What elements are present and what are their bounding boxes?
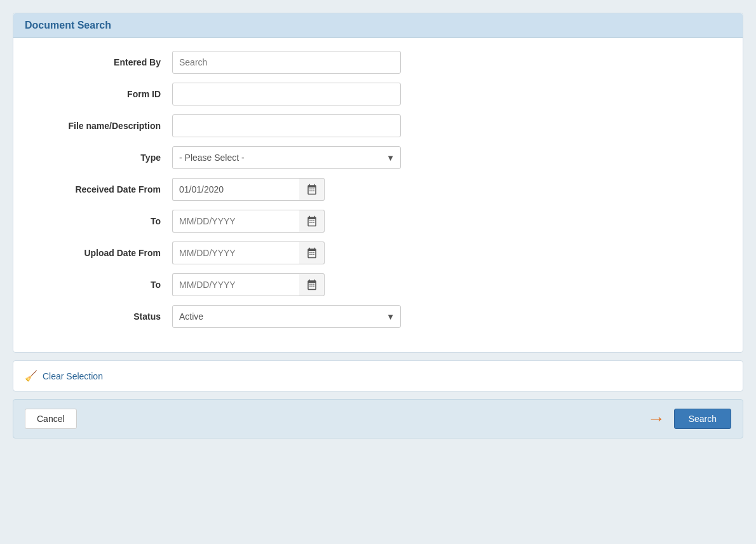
page-title: Document Search [25, 20, 111, 31]
received-date-from-row: Received Date From [32, 178, 724, 201]
upload-date-from-row: Upload Date From [32, 241, 724, 264]
upload-date-from-label: Upload Date From [32, 248, 172, 258]
form-id-row: Form ID [32, 83, 724, 105]
calendar-icon [306, 184, 318, 195]
upload-date-from-calendar-button[interactable] [299, 241, 325, 264]
entered-by-input[interactable] [172, 51, 401, 74]
upload-date-to-row: To [32, 273, 724, 296]
clear-selection-link[interactable]: Clear Selection [43, 371, 103, 381]
received-date-from-wrapper [172, 178, 325, 201]
received-date-to-row: To [32, 210, 724, 233]
footer-card: Cancel → Search [13, 399, 743, 439]
received-date-from-input[interactable] [172, 178, 299, 201]
upload-date-from-input[interactable] [172, 241, 299, 264]
status-select[interactable]: Active Inactive All [172, 305, 401, 328]
document-search-card: Document Search Entered By Form ID File … [13, 13, 743, 353]
file-name-label: File name/Description [32, 121, 172, 131]
arrow-right-icon: → [647, 409, 665, 429]
received-date-from-calendar-button[interactable] [299, 178, 325, 201]
footer-right: → Search [647, 409, 731, 429]
received-date-from-label: Received Date From [32, 184, 172, 194]
calendar-icon [306, 247, 318, 259]
entered-by-row: Entered By [32, 51, 724, 74]
status-label: Status [32, 311, 172, 322]
type-row: Type - Please Select - Option 1 Option 2… [32, 146, 724, 169]
calendar-icon [306, 215, 318, 227]
entered-by-label: Entered By [32, 57, 172, 67]
status-select-wrapper: Active Inactive All ▼ [172, 305, 401, 328]
upload-date-to-label: To [32, 280, 172, 290]
form-id-input[interactable] [172, 83, 401, 105]
calendar-icon [306, 279, 318, 290]
status-row: Status Active Inactive All ▼ [32, 305, 724, 328]
file-name-input[interactable] [172, 114, 401, 137]
received-date-to-label: To [32, 216, 172, 226]
cancel-button[interactable]: Cancel [25, 409, 77, 429]
upload-date-from-wrapper [172, 241, 325, 264]
search-button[interactable]: Search [674, 409, 731, 429]
card-header: Document Search [13, 13, 743, 38]
received-date-to-wrapper [172, 210, 325, 233]
eraser-icon: 🧹 [25, 370, 37, 382]
received-date-to-calendar-button[interactable] [299, 210, 325, 233]
form-id-label: Form ID [32, 89, 172, 99]
upload-date-to-input[interactable] [172, 273, 299, 296]
type-select[interactable]: - Please Select - Option 1 Option 2 [172, 146, 401, 169]
type-label: Type [32, 153, 172, 163]
type-select-wrapper: - Please Select - Option 1 Option 2 ▼ [172, 146, 401, 169]
card-body: Entered By Form ID File name/Description… [13, 38, 743, 352]
clear-selection-card: 🧹 Clear Selection [13, 360, 743, 391]
upload-date-to-wrapper [172, 273, 325, 296]
upload-date-to-calendar-button[interactable] [299, 273, 325, 296]
file-name-row: File name/Description [32, 114, 724, 137]
received-date-to-input[interactable] [172, 210, 299, 233]
